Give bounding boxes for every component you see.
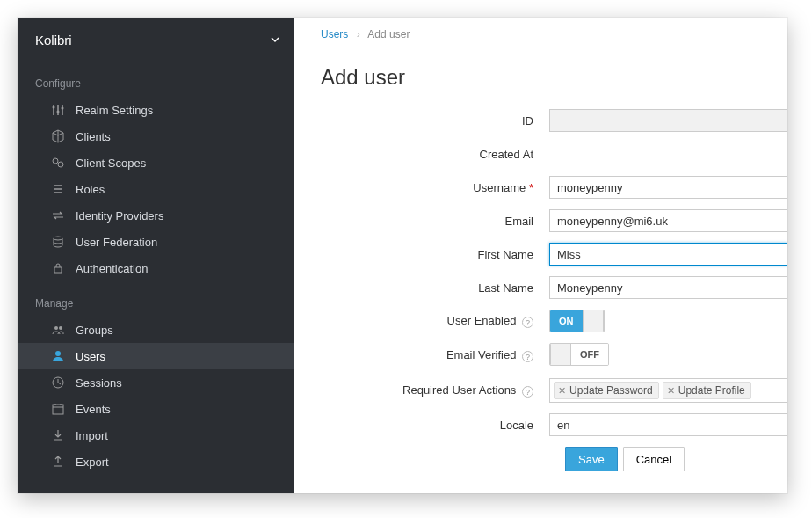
chevron-down-icon (270, 34, 280, 45)
sidebar-item-label: Export (76, 456, 109, 469)
label-created-at: Created At (321, 148, 549, 161)
help-icon[interactable]: ? (522, 386, 533, 398)
last-name-field[interactable] (549, 276, 787, 299)
required-actions-field[interactable]: ✕ Update Password ✕ Update Profile (549, 378, 787, 403)
sidebar-item-label: Identity Providers (76, 209, 163, 223)
realm-name: Kolibri (35, 33, 72, 47)
sidebar-item-label: Sessions (76, 376, 122, 390)
sidebar-item-users[interactable]: Users (18, 343, 294, 369)
svg-point-4 (58, 162, 63, 167)
help-icon[interactable]: ? (522, 317, 533, 328)
sidebar: Kolibri Configure Realm Settings Clients… (18, 18, 294, 493)
sidebar-item-import[interactable]: Import (18, 422, 294, 449)
breadcrumb-parent-link[interactable]: Users (321, 28, 348, 40)
cancel-button[interactable]: Cancel (623, 447, 685, 471)
sidebar-item-client-scopes[interactable]: Client Scopes (18, 150, 294, 176)
export-icon (51, 455, 65, 469)
main-content: Users › Add user Add user ID Created At … (294, 18, 787, 493)
scopes-icon (51, 156, 65, 170)
tag-update-password: ✕ Update Password (554, 382, 659, 399)
sidebar-item-clients[interactable]: Clients (18, 123, 294, 150)
label-user-enabled: User Enabled ? (321, 314, 549, 327)
toggle-knob (583, 310, 604, 332)
sidebar-item-label: Users (76, 350, 105, 363)
sidebar-item-authentication[interactable]: Authentication (18, 255, 294, 281)
remove-tag-icon[interactable]: ✕ (558, 385, 566, 397)
app-shell: Kolibri Configure Realm Settings Clients… (18, 18, 787, 493)
section-label-configure: Configure (18, 62, 294, 97)
required-asterisk: * (529, 181, 533, 194)
label-email: Email (321, 215, 549, 228)
lock-icon (51, 261, 65, 275)
clock-icon (51, 376, 65, 390)
database-icon (51, 235, 65, 249)
toggle-on-label: ON (550, 310, 583, 332)
calendar-icon (51, 402, 65, 416)
sidebar-item-realm-settings[interactable]: Realm Settings (18, 97, 294, 123)
sidebar-item-sessions[interactable]: Sessions (18, 369, 294, 396)
sidebar-item-export[interactable]: Export (18, 449, 294, 475)
email-field[interactable] (549, 209, 787, 232)
toggle-knob (550, 344, 571, 365)
cube-icon (51, 129, 65, 143)
sidebar-item-user-federation[interactable]: User Federation (18, 229, 294, 255)
label-first-name: First Name (321, 248, 549, 261)
list-icon (51, 182, 65, 196)
sidebar-item-identity-providers[interactable]: Identity Providers (18, 202, 294, 229)
sidebar-item-label: Groups (76, 324, 113, 337)
save-button[interactable]: Save (565, 447, 618, 471)
label-locale: Locale (321, 419, 549, 432)
sidebar-item-groups[interactable]: Groups (18, 317, 294, 343)
sliders-icon (51, 103, 65, 117)
remove-tag-icon[interactable]: ✕ (667, 385, 675, 397)
label-required-actions: Required User Actions ? (321, 383, 549, 397)
breadcrumb-separator: › (352, 28, 366, 40)
sidebar-item-label: User Federation (76, 236, 157, 249)
label-last-name: Last Name (321, 281, 549, 295)
svg-point-2 (62, 107, 64, 110)
page-title: Add user (294, 51, 787, 109)
svg-point-0 (53, 106, 55, 109)
email-verified-toggle[interactable]: OFF (549, 343, 609, 366)
label-email-verified: Email Verified ? (321, 348, 549, 361)
section-label-manage: Manage (18, 281, 294, 317)
sidebar-item-label: Authentication (76, 262, 148, 275)
svg-point-3 (53, 158, 58, 164)
locale-field[interactable] (549, 413, 787, 436)
sidebar-item-label: Events (76, 403, 111, 416)
svg-point-5 (54, 237, 62, 240)
sidebar-item-label: Import (76, 429, 108, 442)
import-icon (51, 428, 65, 442)
svg-point-8 (59, 326, 62, 330)
svg-rect-6 (54, 267, 62, 273)
label-id: ID (321, 114, 549, 128)
user-enabled-toggle[interactable]: ON (549, 310, 605, 332)
user-icon (51, 349, 65, 363)
sidebar-item-roles[interactable]: Roles (18, 176, 294, 202)
username-field[interactable] (549, 176, 787, 199)
label-username: Username * (321, 181, 549, 194)
sidebar-item-label: Roles (76, 183, 105, 196)
tag-update-profile: ✕ Update Profile (663, 382, 751, 399)
sidebar-item-events[interactable]: Events (18, 396, 294, 422)
breadcrumb: Users › Add user (294, 18, 787, 51)
add-user-form: ID Created At Username * (294, 109, 787, 471)
svg-point-7 (54, 326, 58, 330)
help-icon[interactable]: ? (522, 351, 533, 362)
sidebar-item-label: Clients (76, 130, 111, 143)
first-name-field[interactable] (549, 243, 787, 266)
sidebar-item-label: Client Scopes (76, 157, 146, 170)
svg-point-1 (57, 111, 60, 113)
toggle-off-label: OFF (571, 344, 608, 365)
svg-point-9 (55, 351, 61, 356)
group-icon (51, 323, 65, 337)
realm-selector[interactable]: Kolibri (18, 18, 294, 62)
svg-rect-11 (53, 405, 63, 414)
exchange-icon (51, 208, 65, 223)
breadcrumb-current: Add user (367, 28, 410, 40)
id-field (549, 109, 787, 132)
sidebar-item-label: Realm Settings (76, 104, 153, 117)
